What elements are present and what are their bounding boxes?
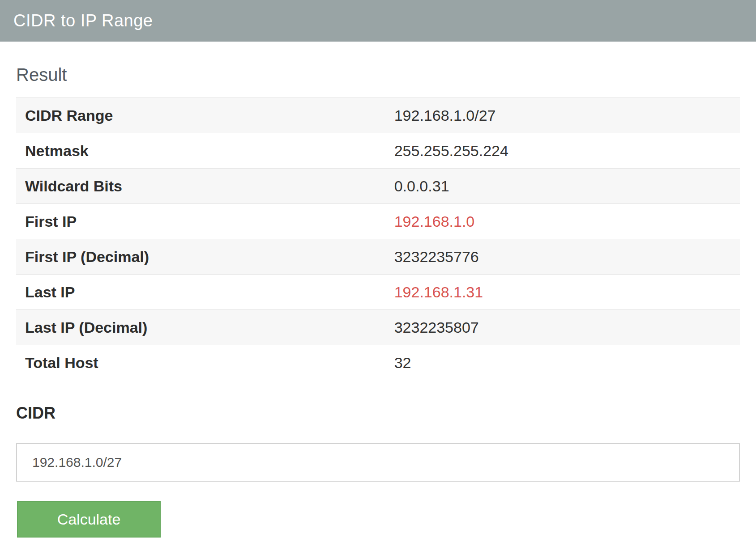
table-row-first-ip: First IP 192.168.1.0 [16,204,740,239]
table-row-total-host: Total Host 32 [16,345,740,381]
row-value: 192.168.1.0 [385,204,740,239]
row-label: First IP [16,204,385,239]
row-label: First IP (Decimal) [16,239,385,275]
table-row-first-ip-decimal: First IP (Decimal) 3232235776 [16,239,740,275]
row-value: 0.0.0.31 [385,169,740,204]
calculate-button[interactable]: Calculate [17,501,161,538]
row-label: Wildcard Bits [16,169,385,204]
result-heading: Result [16,64,740,85]
table-row-wildcard-bits: Wildcard Bits 0.0.0.31 [16,169,740,204]
table-row-cidr-range: CIDR Range 192.168.1.0/27 [16,98,740,133]
row-label: Netmask [16,133,385,169]
cidr-input[interactable] [16,443,740,482]
table-row-last-ip: Last IP 192.168.1.31 [16,275,740,310]
main-content: Result CIDR Range 192.168.1.0/27 Netmask… [0,64,756,538]
row-label: Last IP (Decimal) [16,310,385,345]
row-value: 3232235776 [385,239,740,275]
row-value: 192.168.1.0/27 [385,98,740,133]
row-label: Total Host [16,345,385,381]
table-row-last-ip-decimal: Last IP (Decimal) 3232235807 [16,310,740,345]
row-value: 255.255.255.224 [385,133,740,169]
row-label: CIDR Range [16,98,385,133]
result-table: CIDR Range 192.168.1.0/27 Netmask 255.25… [16,97,740,380]
page-title: CIDR to IP Range [13,11,153,30]
row-value: 32 [385,345,740,381]
table-row-netmask: Netmask 255.255.255.224 [16,133,740,169]
row-value: 3232235807 [385,310,740,345]
title-bar: CIDR to IP Range [0,0,756,42]
row-label: Last IP [16,275,385,310]
cidr-input-label: CIDR [16,403,740,423]
row-value: 192.168.1.31 [385,275,740,310]
